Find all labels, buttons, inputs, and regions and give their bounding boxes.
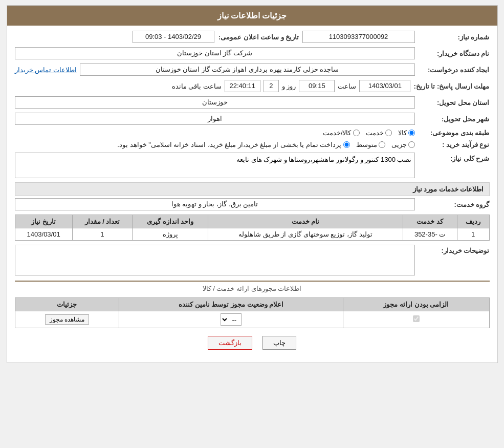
- purchase-label: نوع فرآیند خرید :: [418, 141, 490, 148]
- col-header-row: ردیف: [457, 215, 489, 228]
- send-day-label: روز و: [282, 82, 296, 90]
- send-time-value: 09:15: [299, 80, 335, 92]
- purchase-radio-esnad-input[interactable]: [343, 141, 350, 148]
- table-row: -- مشاهده مجوز: [15, 311, 489, 328]
- creator-link[interactable]: اطلاعات تماس خریدار: [15, 66, 77, 74]
- cell-name: تولید گاز، توزیع سوختهای گازی از طریق شا…: [208, 228, 403, 241]
- city-label: شهر محل تحویل:: [418, 115, 490, 123]
- buyer-notes-row: توضیحات خریدار:: [15, 245, 490, 275]
- content-area: شماره نیاز: 1103093377000092 تاریخ و ساع…: [7, 26, 497, 362]
- announce-label: تاریخ و ساعت اعلان عمومی:: [217, 33, 299, 41]
- category-radio-both: کالا/خدمت: [323, 129, 360, 137]
- perm-col-details: جزئیات: [15, 298, 119, 311]
- permissions-table-section: الزامی بودن ارائه مجوز اعلام وضعیت مجوز …: [15, 297, 490, 328]
- table-row: 1 ت -35-352 تولید گاز، توزیع سوختهای گاز…: [15, 228, 489, 241]
- province-value: خوزستان: [15, 96, 415, 109]
- category-radio-kala: کالا: [398, 129, 415, 137]
- purchase-radio-motavasset-input[interactable]: [379, 141, 385, 148]
- send-date-row: مهلت ارسال پاسخ: تا تاریخ: 1403/03/01 سا…: [15, 80, 490, 92]
- back-button[interactable]: بازگشت: [208, 336, 252, 350]
- send-date-label: مهلت ارسال پاسخ: تا تاریخ:: [413, 82, 489, 90]
- send-date-value: 1403/03/01: [359, 80, 410, 92]
- purchase-radio-esnad: پرداخت تمام یا بخشی از مبلغ خرید،از مبلغ…: [117, 141, 349, 148]
- permissions-divider: اطلاعات مجوزهای ارائه خدمت / کالا: [15, 281, 490, 292]
- col-header-unit: واحد اندازه گیری: [133, 215, 208, 228]
- category-radio-both-input[interactable]: [353, 130, 360, 136]
- send-days-value: 2: [264, 80, 279, 92]
- creator-label: ایجاد کننده درخواست:: [418, 66, 490, 74]
- purchase-radio-jozi: جزیی: [391, 141, 415, 148]
- province-row: استان محل تحویل: خوزستان: [15, 96, 490, 109]
- category-radio-kala-label: کالا: [398, 129, 407, 137]
- perm-col-required: الزامی بودن ارائه مجوز: [343, 298, 489, 311]
- category-radio-khedmat-label: خدمت: [366, 129, 384, 137]
- category-radio-khedmat-input[interactable]: [385, 130, 392, 136]
- purchase-radio-motavasset-label: متوسط: [356, 141, 377, 148]
- col-header-name: نام خدمت: [208, 215, 403, 228]
- buyer-notes-textarea[interactable]: [15, 245, 415, 275]
- col-header-date: تاریخ نیاز: [15, 215, 72, 228]
- buyer-notes-label: توضیحات خریدار:: [418, 247, 490, 254]
- cell-code: ت -35-352: [403, 228, 457, 241]
- buyer-name-row: نام دستگاه خریدار: شرکت گاز استان خوزستا…: [15, 47, 490, 59]
- category-row: طبقه بندی موضوعی: کالا خدمت کالا/خدمت: [15, 129, 490, 137]
- permissions-title: اطلاعات مجوزهای ارائه خدمت / کالا: [203, 285, 302, 292]
- need-desc-textarea: نصب 1300 کنتور و رگولاتور ماهشهر،روستاها…: [15, 153, 415, 178]
- print-button[interactable]: چاپ: [262, 336, 296, 350]
- cell-row: 1: [457, 228, 489, 241]
- category-radio-kala-input[interactable]: [408, 130, 415, 136]
- perm-details-cell: مشاهده مجوز: [15, 311, 119, 328]
- category-label: طبقه بندی موضوعی:: [418, 129, 490, 137]
- category-radio-both-label: کالا/خدمت: [323, 129, 352, 137]
- purchase-radio-group: جزیی متوسط پرداخت تمام یا بخشی از مبلغ خ…: [117, 141, 414, 148]
- category-radio-khedmat: خدمت: [366, 129, 392, 137]
- send-remaining-label: ساعت باقی مانده: [172, 82, 222, 90]
- perm-required-checkbox[interactable]: [413, 315, 420, 322]
- purchase-radio-esnad-label: پرداخت تمام یا بخشی از مبلغ خرید،از مبلغ…: [117, 141, 341, 148]
- permissions-table: الزامی بودن ارائه مجوز اعلام وضعیت مجوز …: [15, 297, 490, 328]
- cell-date: 1403/03/01: [15, 228, 72, 241]
- perm-status-select[interactable]: --: [221, 313, 242, 326]
- city-row: شهر محل تحویل: اهواز: [15, 113, 490, 125]
- button-row: چاپ بازگشت: [15, 336, 490, 350]
- perm-status-cell: --: [119, 311, 343, 328]
- view-permit-button[interactable]: مشاهده مجوز: [45, 314, 89, 325]
- perm-required-cell: [343, 311, 489, 328]
- buyer-name-value: شرکت گاز استان خوزستان: [15, 47, 415, 59]
- purchase-radio-motavasset: متوسط: [356, 141, 385, 148]
- need-number-label: شماره نیاز:: [418, 33, 490, 41]
- creator-value: ساجده حزلی کارمند بهره برداری اهواز شرکت…: [80, 63, 415, 76]
- services-table: ردیف کد خدمت نام خدمت واحد اندازه گیری ت…: [15, 215, 490, 241]
- service-group-value: تامین برق، گاز، بخار و تهویه هوا: [15, 198, 415, 210]
- page-header: جزئیات اطلاعات نیاز: [7, 6, 497, 26]
- services-table-section: ردیف کد خدمت نام خدمت واحد اندازه گیری ت…: [15, 215, 490, 241]
- perm-col-status: اعلام وضعیت مجوز توسط نامین کننده: [119, 298, 343, 311]
- service-group-label: گروه خدمت:: [418, 201, 490, 208]
- page-title: جزئیات اطلاعات نیاز: [217, 11, 287, 20]
- col-header-code: کد خدمت: [403, 215, 457, 228]
- services-section-header: اطلاعات خدمات مورد نیاز: [15, 182, 490, 196]
- send-time-label: ساعت: [338, 82, 356, 90]
- buyer-name-label: نام دستگاه خریدار:: [418, 50, 490, 57]
- service-group-row: گروه خدمت: تامین برق، گاز، بخار و تهویه …: [15, 198, 490, 210]
- city-value: اهواز: [15, 113, 415, 125]
- cell-unit: پروژه: [133, 228, 208, 241]
- announce-value: 1403/02/29 - 09:03: [133, 31, 214, 43]
- province-label: استان محل تحویل:: [418, 99, 490, 106]
- purchase-radio-jozi-label: جزیی: [391, 141, 407, 148]
- need-desc-row: شرح کلی نیاز: نصب 1300 کنتور و رگولاتور …: [15, 153, 490, 178]
- need-number-row: شماره نیاز: 1103093377000092 تاریخ و ساع…: [15, 31, 490, 43]
- purchase-radio-jozi-input[interactable]: [408, 141, 415, 148]
- purchase-row: نوع فرآیند خرید : جزیی متوسط پرداخت تمام…: [15, 141, 490, 148]
- send-remaining-value: 22:40:11: [225, 80, 260, 92]
- need-desc-label: شرح کلی نیاز:: [418, 155, 490, 162]
- need-number-value: 1103093377000092: [302, 31, 415, 43]
- page-wrapper: جزئیات اطلاعات نیاز شماره نیاز: 11030933…: [7, 5, 498, 363]
- col-header-count: تعداد / مقدار: [72, 215, 132, 228]
- cell-count: 1: [72, 228, 132, 241]
- category-radio-group: کالا خدمت کالا/خدمت: [323, 129, 415, 137]
- creator-row: ایجاد کننده درخواست: ساجده حزلی کارمند ب…: [15, 63, 490, 76]
